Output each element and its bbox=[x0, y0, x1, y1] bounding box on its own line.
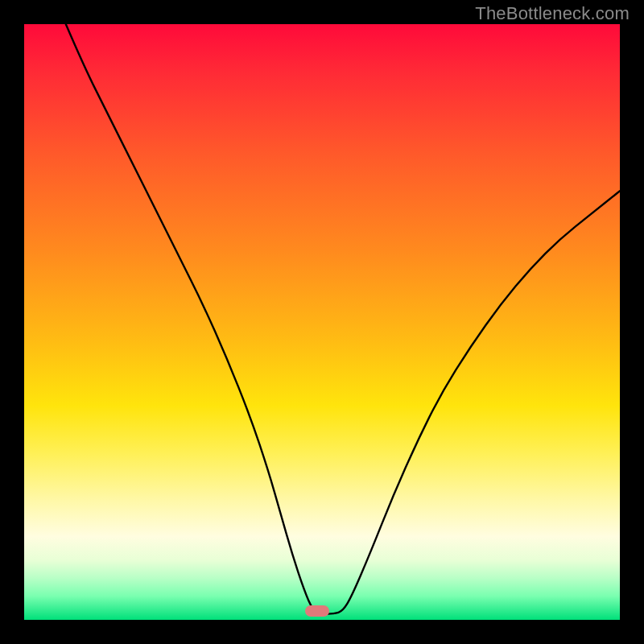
plot-area bbox=[24, 24, 620, 620]
optimal-marker bbox=[305, 605, 329, 617]
watermark-text: TheBottleneck.com bbox=[475, 3, 630, 24]
chart-frame: TheBottleneck.com bbox=[0, 0, 644, 644]
bottleneck-curve bbox=[24, 24, 620, 620]
